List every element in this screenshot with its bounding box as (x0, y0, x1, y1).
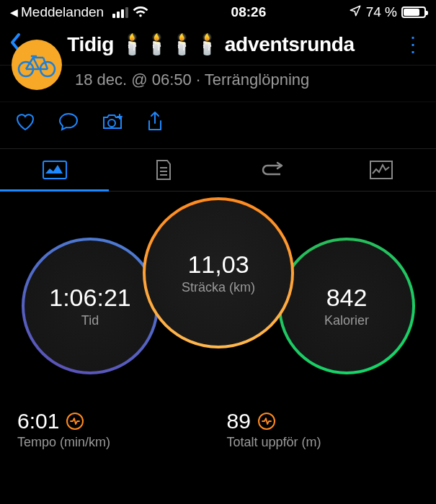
tab-charts[interactable] (327, 149, 436, 191)
ascent-stat[interactable]: 89 Totalt uppför (m) (227, 409, 419, 450)
overview-tab-icon (43, 161, 67, 179)
cellular-signal-icon (112, 7, 128, 18)
tab-laps[interactable] (218, 149, 327, 191)
activity-meta: 18 dec. @ 06:50 · Terränglöpning (75, 71, 309, 89)
activity-summary-row: 18 dec. @ 06:50 · Terränglöpning (0, 65, 436, 102)
charts-tab-icon (370, 161, 393, 179)
laps-tab-icon (260, 161, 285, 179)
battery-icon (401, 6, 426, 18)
page-title: Tidig 🕯️🕯️🕯️🕯️ adventsrunda (30, 32, 391, 56)
time-value: 1:06:21 (49, 284, 130, 312)
tab-bar (0, 148, 436, 192)
share-button[interactable] (146, 111, 164, 135)
distance-value: 11,03 (187, 251, 249, 279)
stats-row: 6:01 Tempo (min/km) 89 Totalt uppför (m) (0, 392, 436, 450)
wifi-icon (133, 6, 148, 18)
time-label: Tid (81, 313, 99, 328)
comment-button[interactable] (58, 112, 79, 135)
location-icon (349, 4, 362, 21)
activity-avatar[interactable] (12, 40, 62, 90)
more-options-button[interactable]: ⋮ (399, 32, 427, 56)
back-triangle-icon: ◀ (10, 6, 18, 18)
ascent-label: Totalt uppför (m) (227, 435, 419, 450)
pace-value: 6:01 (17, 409, 59, 433)
status-back-app-label: Meddelanden (21, 4, 104, 20)
pace-stat[interactable]: 6:01 Tempo (min/km) (17, 409, 210, 450)
ascent-source-icon (258, 413, 275, 430)
add-photo-button[interactable] (101, 112, 124, 135)
status-back-app[interactable]: ◀ Meddelanden (10, 4, 104, 20)
calories-circle[interactable]: 842 Kalorier (278, 238, 415, 374)
metric-circles: 1:06:21 Tid 11,03 Sträcka (km) 842 Kalor… (0, 197, 436, 392)
svg-point-2 (108, 120, 115, 127)
pace-label: Tempo (min/km) (17, 435, 210, 450)
nav-header: Tidig 🕯️🕯️🕯️🕯️ adventsrunda ⋮ (0, 24, 436, 65)
svg-rect-4 (370, 161, 392, 179)
tab-overview[interactable] (0, 149, 109, 191)
bicycle-icon (17, 52, 56, 78)
calories-label: Kalorier (324, 313, 369, 328)
details-tab-icon (154, 159, 173, 181)
tab-details[interactable] (109, 149, 218, 191)
status-time: 08:26 (231, 4, 267, 20)
distance-circle[interactable]: 11,03 Sträcka (km) (143, 197, 294, 348)
battery-percent: 74 % (366, 4, 397, 20)
like-button[interactable] (14, 112, 36, 135)
status-bar: ◀ Meddelanden 08:26 74 % (0, 0, 436, 24)
pace-source-icon (66, 413, 84, 430)
time-circle[interactable]: 1:06:21 Tid (22, 238, 159, 374)
action-bar (0, 102, 436, 148)
calories-value: 842 (326, 284, 368, 312)
distance-label: Sträcka (km) (182, 280, 255, 295)
ascent-value: 89 (227, 409, 251, 433)
